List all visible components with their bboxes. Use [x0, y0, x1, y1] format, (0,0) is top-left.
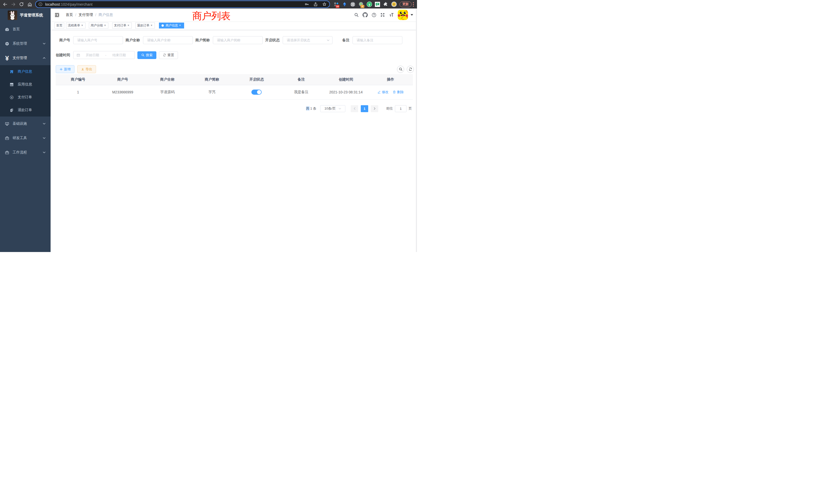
next-page-button[interactable] [371, 105, 378, 112]
sidebar-item-payment-orders[interactable]: ¥ 支付订单 [0, 91, 50, 104]
edit-link[interactable]: 修改 [377, 90, 389, 94]
logo-rabbit-image [8, 10, 17, 20]
extension-badge: 10 [336, 5, 339, 8]
page-content: 商户号 商户全称 商户简称 [50, 30, 417, 252]
tab-payment-order[interactable]: 支付订单× [112, 23, 132, 28]
sidebar-item-label: 应用信息 [18, 82, 32, 87]
site-info-icon[interactable] [38, 2, 43, 6]
chevron-down-icon [43, 42, 46, 45]
sidebar-logo[interactable]: 芋道管理系统 [0, 8, 50, 22]
status-toggle[interactable] [251, 90, 262, 95]
browser-back-button[interactable] [2, 1, 8, 8]
reload-icon [19, 2, 24, 7]
header-font-size-button[interactable] [387, 8, 396, 21]
address-bar[interactable]: localhost:1024/pay/merchant [35, 1, 330, 8]
end-date-placeholder[interactable]: 结束日期 [107, 53, 131, 58]
close-icon[interactable]: × [127, 24, 130, 27]
extension-chat-icon[interactable] [374, 1, 380, 7]
goto-page-input[interactable] [395, 105, 407, 112]
close-icon[interactable]: × [104, 24, 107, 27]
tab-refund-order[interactable]: 退款订单× [135, 23, 155, 28]
sidebar-item-dev-tools[interactable]: 研发工具 [0, 131, 50, 145]
header-fullscreen-button[interactable] [378, 8, 387, 21]
yen-circle-icon: ¥ [10, 95, 14, 99]
active-dot-icon [161, 24, 164, 27]
sidebar-item-system[interactable]: 系统管理 [0, 37, 50, 51]
col-short-name: 商户简称 [190, 74, 235, 85]
delete-link[interactable]: 删除 [393, 90, 404, 94]
sidebar-item-app-info[interactable]: 应用信息 [0, 78, 50, 91]
page-size-select[interactable]: 10条/页 [320, 105, 345, 112]
reset-button[interactable]: 重置 [159, 51, 178, 59]
sidebar-item-label: 工作流程 [13, 150, 27, 155]
tab-process-form[interactable]: 流程表单× [66, 23, 86, 28]
svg-text:¥: ¥ [5, 55, 9, 61]
pagination: 共 1 条 10条/页 1 前往 页 [56, 105, 413, 112]
status-select[interactable]: 请选择开启状态 [283, 36, 332, 44]
header-search-button[interactable] [352, 8, 361, 21]
goto-label: 前往 [386, 106, 393, 111]
sidebar-item-refund-orders[interactable]: 退款订单 [0, 104, 50, 116]
yen-icon: ¥ [4, 55, 10, 61]
tab-merchant-info[interactable]: 商户信息× [159, 23, 184, 28]
sidebar-item-payment[interactable]: ¥ 支付管理 [0, 51, 50, 65]
prev-page-button[interactable] [351, 105, 358, 112]
add-button[interactable]: 新增 [56, 65, 74, 73]
close-icon[interactable]: × [81, 24, 84, 27]
browser-menu-kebab-icon[interactable] [413, 2, 414, 7]
share-icon[interactable] [313, 2, 318, 7]
tab-user-group[interactable]: 用户分组× [89, 23, 108, 28]
header-help-button[interactable] [370, 8, 378, 21]
table-header-row: 商户编号 商户号 商户全称 商户简称 开启状态 备注 创建时间 操作 [56, 74, 413, 85]
user-avatar-menu[interactable] [398, 10, 413, 20]
merchant-no-input[interactable] [77, 38, 119, 42]
close-icon[interactable]: × [150, 24, 153, 27]
toggle-search-button[interactable] [397, 66, 404, 73]
page-1-button[interactable]: 1 [361, 105, 368, 112]
header-github-button[interactable] [361, 8, 370, 21]
browser-reload-button[interactable] [18, 1, 25, 8]
filter-label-short-name: 商户简称 [195, 38, 213, 43]
full-name-input[interactable] [147, 38, 189, 42]
browser-home-button[interactable] [26, 1, 33, 8]
sidebar-item-home[interactable]: 首页 [0, 22, 50, 37]
remark-input[interactable] [357, 38, 398, 42]
password-key-icon[interactable] [304, 2, 309, 7]
refresh-icon [163, 53, 166, 57]
col-full-name: 商户全称 [145, 74, 190, 85]
breadcrumb-payment[interactable]: 支付管理 [79, 13, 93, 17]
col-merchant-no: 商户号 [101, 74, 145, 85]
tab-home[interactable]: 首页 [54, 23, 64, 28]
extension-tabs-icon[interactable]: 10 [333, 1, 339, 7]
sidebar-item-merchant-info[interactable]: 商户信息 [0, 65, 50, 78]
extension-yuque-icon[interactable]: y [366, 1, 372, 7]
refresh-table-button[interactable] [407, 66, 414, 73]
bookmark-star-icon[interactable] [322, 2, 327, 7]
table-row: 1 M233666999 芋道源码 芋艿 我是备注 2021-10-23 08:… [56, 85, 413, 99]
chevron-down-icon [43, 137, 46, 140]
short-name-input-wrap [213, 36, 263, 44]
dashboard-icon [5, 27, 9, 31]
fullscreen-icon [380, 13, 385, 17]
sidebar-item-workflow[interactable]: 工作流程 [0, 145, 50, 160]
start-date-placeholder[interactable]: 开始日期 [80, 53, 105, 58]
browser-forward-button[interactable] [10, 1, 17, 8]
short-name-input[interactable] [217, 38, 259, 42]
page-right-gutter [416, 8, 417, 252]
browser-update-button[interactable]: 更新 [399, 2, 412, 7]
extension-session-icon[interactable]: 1 [358, 1, 364, 7]
sidebar-toggle-button[interactable] [50, 8, 62, 21]
create-time-range-picker[interactable]: 开始日期 - 结束日期 [73, 51, 135, 59]
browser-profile-avatar[interactable] [391, 1, 397, 7]
col-merchant-id: 商户编号 [56, 74, 101, 85]
close-icon[interactable]: × [178, 24, 181, 27]
extension-command-icon[interactable] [350, 1, 356, 7]
search-button[interactable]: 搜索 [137, 51, 156, 59]
extension-gem-icon[interactable] [342, 1, 348, 7]
sidebar-item-infrastructure[interactable]: 基础设施 [0, 116, 50, 131]
extensions-puzzle-icon[interactable] [382, 1, 389, 7]
sidebar-item-label: 支付管理 [13, 56, 27, 60]
breadcrumb-home[interactable]: 首页 [66, 13, 73, 17]
export-button[interactable]: 导出 [77, 65, 96, 73]
hamburger-icon [55, 13, 59, 17]
